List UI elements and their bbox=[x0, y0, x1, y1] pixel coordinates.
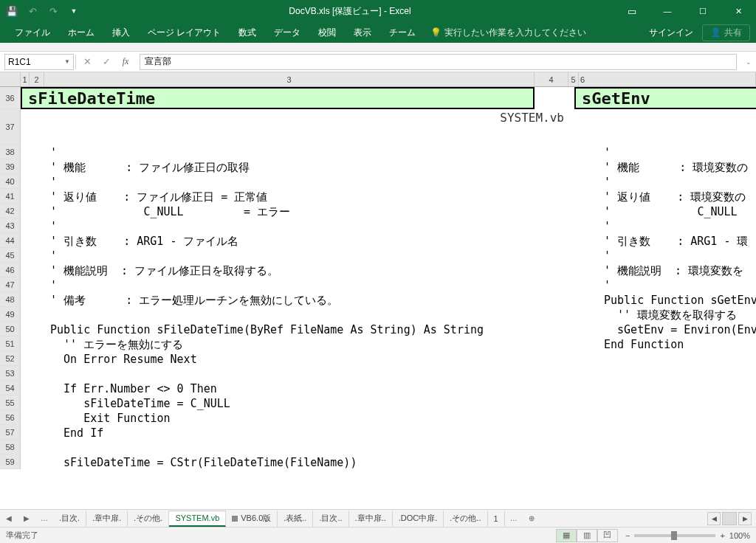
qat-dropdown-icon[interactable]: ▼ bbox=[68, 5, 80, 17]
close-button[interactable]: ✕ bbox=[721, 0, 756, 22]
zoom-level[interactable]: 100% bbox=[729, 531, 750, 540]
row-header[interactable]: 57 bbox=[0, 425, 21, 440]
code-line[interactable]: '' エラーを無効にする bbox=[50, 338, 183, 352]
row-header[interactable]: 37 bbox=[0, 109, 21, 145]
tab-data[interactable]: データ bbox=[265, 22, 309, 43]
tab-insert[interactable]: 挿入 bbox=[103, 22, 139, 43]
sheet-tab[interactable]: .その他. bbox=[128, 511, 169, 527]
row-header[interactable]: 41 bbox=[0, 189, 21, 204]
view-normal-icon[interactable]: ▦ bbox=[556, 529, 577, 542]
sheet-tab[interactable]: VB6.0版 bbox=[226, 511, 278, 527]
row-header[interactable]: 59 bbox=[0, 454, 21, 469]
chevron-down-icon[interactable]: ▼ bbox=[64, 58, 70, 65]
redo-icon[interactable]: ↷ bbox=[47, 5, 59, 17]
code-line[interactable]: ' 引き数 : ARG1 - ファイル名 bbox=[50, 235, 238, 249]
signin-link[interactable]: サインイン bbox=[649, 27, 693, 39]
hscroll-right-icon[interactable]: ▶ bbox=[738, 512, 752, 525]
zoom-out-icon[interactable]: − bbox=[625, 531, 630, 540]
zoom-thumb[interactable] bbox=[671, 531, 677, 540]
code-line[interactable]: End Function bbox=[604, 338, 684, 351]
zoom-in-icon[interactable]: + bbox=[720, 531, 724, 540]
code-line[interactable]: sGetEnv = Environ(Env) bbox=[604, 323, 756, 336]
worksheet-grid[interactable]: 36 37 38 39 40 41 42 43 44 45 46 47 48 4… bbox=[0, 87, 756, 509]
row-header[interactable]: 38 bbox=[0, 145, 21, 159]
code-line[interactable]: Exit Function bbox=[50, 412, 171, 425]
new-sheet-icon[interactable]: ⊕ bbox=[523, 514, 540, 522]
row-header[interactable]: 51 bbox=[0, 336, 21, 351]
code-line[interactable]: ' bbox=[50, 146, 57, 159]
hscroll-left-icon[interactable]: ◀ bbox=[707, 512, 721, 525]
row-header[interactable]: 52 bbox=[0, 351, 21, 366]
col-header-5[interactable]: 5 bbox=[568, 72, 579, 86]
row-header[interactable]: 43 bbox=[0, 218, 21, 233]
code-line[interactable]: On Error Resume Next bbox=[50, 353, 197, 366]
col-header-2[interactable]: 2 bbox=[30, 72, 44, 86]
code-line[interactable]: ' bbox=[604, 279, 611, 292]
row-header[interactable]: 53 bbox=[0, 366, 21, 381]
tabs-more-icon[interactable]: … bbox=[35, 514, 53, 522]
col-header-4[interactable]: 4 bbox=[535, 72, 568, 86]
row-header[interactable]: 42 bbox=[0, 204, 21, 218]
expand-formula-icon[interactable]: ⌄ bbox=[741, 58, 756, 66]
function-header-2[interactable]: sGetEnv bbox=[574, 87, 756, 109]
sheet-tab[interactable]: .表紙.. bbox=[278, 511, 313, 527]
undo-icon[interactable]: ↶ bbox=[27, 5, 38, 17]
sheet-tab[interactable]: .目次.. bbox=[313, 511, 348, 527]
row-header[interactable]: 48 bbox=[0, 292, 21, 307]
code-line[interactable]: ' 機能説明 : 環境変数を bbox=[604, 264, 743, 278]
minimize-button[interactable]: — bbox=[650, 0, 685, 22]
view-pagebreak-icon[interactable]: 凹 bbox=[597, 529, 618, 542]
sheet-tab[interactable]: .DOC中扉. bbox=[393, 511, 444, 527]
col-header-6[interactable]: 6 bbox=[579, 72, 756, 86]
row-header[interactable]: 58 bbox=[0, 440, 21, 454]
tabs-scroll-prev-icon[interactable]: ▶ bbox=[18, 514, 35, 522]
tab-file[interactable]: ファイル bbox=[6, 22, 59, 43]
code-line[interactable]: Public Function sGetEnv bbox=[604, 294, 756, 307]
code-line[interactable]: ' 機能説明 : ファイル修正日を取得する。 bbox=[50, 264, 278, 278]
row-header[interactable]: 40 bbox=[0, 174, 21, 189]
code-line[interactable]: '' 環境変数を取得する bbox=[604, 308, 737, 322]
share-button[interactable]: 👤共有 bbox=[702, 24, 750, 41]
row-header[interactable]: 49 bbox=[0, 307, 21, 322]
row-header[interactable]: 44 bbox=[0, 233, 21, 248]
view-layout-icon[interactable]: ▥ bbox=[577, 529, 597, 542]
sheet-tab[interactable]: .章中扉. bbox=[86, 511, 128, 527]
row-header[interactable]: 36 bbox=[0, 87, 21, 109]
col-header-1[interactable]: 1 bbox=[21, 72, 30, 86]
code-line[interactable]: ' 返り値 : ファイル修正日 = 正常値 bbox=[50, 190, 267, 204]
save-icon[interactable]: 💾 bbox=[6, 5, 18, 17]
tab-team[interactable]: チーム bbox=[380, 22, 425, 43]
ribbon-display-icon[interactable]: ▭ bbox=[614, 0, 650, 22]
code-line[interactable]: ' bbox=[604, 176, 611, 189]
cancel-formula-icon[interactable]: ✕ bbox=[78, 54, 97, 70]
row-header[interactable]: 39 bbox=[0, 159, 21, 174]
formula-bar-input[interactable]: 宣言部 bbox=[140, 54, 737, 70]
tab-view[interactable]: 表示 bbox=[345, 22, 380, 43]
code-line[interactable]: ' bbox=[604, 146, 611, 159]
code-line[interactable]: ' 機能 : 環境変数の bbox=[604, 161, 748, 175]
code-line[interactable]: ' 備考 : エラー処理ルーチンを無効にしている。 bbox=[50, 294, 338, 308]
enter-formula-icon[interactable]: ✓ bbox=[97, 54, 116, 70]
tell-me-search[interactable]: 💡実行したい作業を入力してください bbox=[430, 27, 586, 39]
tab-review[interactable]: 校閲 bbox=[309, 22, 345, 43]
select-all-corner[interactable] bbox=[0, 72, 21, 86]
zoom-slider[interactable] bbox=[634, 534, 715, 537]
tab-layout[interactable]: ページ レイアウト bbox=[139, 22, 230, 43]
row-header[interactable]: 45 bbox=[0, 248, 21, 263]
fx-icon[interactable]: fx bbox=[116, 56, 135, 67]
row-header[interactable]: 55 bbox=[0, 395, 21, 410]
code-line[interactable]: End If bbox=[50, 426, 103, 440]
code-line[interactable]: ' bbox=[604, 249, 611, 263]
row-header[interactable]: 47 bbox=[0, 277, 21, 292]
code-line[interactable]: ' C_NULL bbox=[604, 205, 738, 218]
sheet-tab[interactable]: .章中扉.. bbox=[349, 511, 393, 527]
code-line[interactable]: ' 返り値 : 環境変数の bbox=[604, 190, 746, 204]
function-header-1[interactable]: sFileDateTime bbox=[21, 87, 535, 109]
col-header-3[interactable]: 3 bbox=[44, 72, 535, 86]
row-header[interactable]: 56 bbox=[0, 410, 21, 425]
code-line[interactable]: ' 機能 : ファイル修正日の取得 bbox=[50, 161, 250, 175]
hscroll-thumb[interactable] bbox=[722, 512, 737, 525]
code-line[interactable]: ' bbox=[50, 279, 57, 292]
code-line[interactable]: ' bbox=[604, 220, 611, 233]
code-line[interactable]: ' C_NULL = エラー bbox=[50, 205, 290, 219]
